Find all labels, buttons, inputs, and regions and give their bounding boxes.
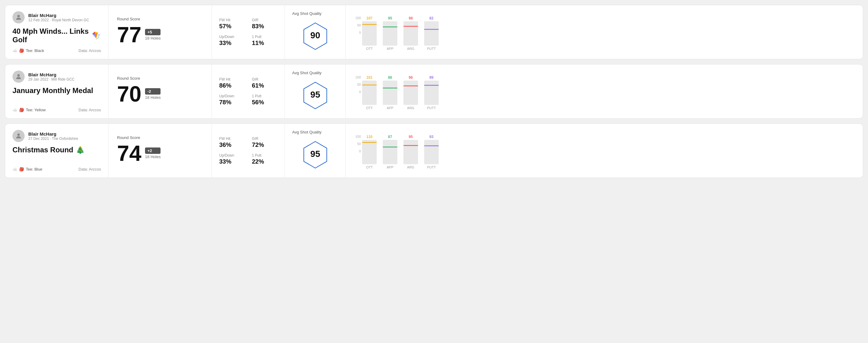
svg-point-0 — [17, 15, 20, 17]
player-date: 27 Dec 2021 · The Oxfordshire — [28, 136, 78, 141]
avatar — [12, 70, 25, 83]
bag-icon: 🎒 — [19, 107, 24, 112]
fw-hit-value: 86% — [219, 82, 245, 89]
big-score: 70 — [117, 83, 142, 105]
fw-hit-stat: FW Hit 86% — [219, 77, 245, 89]
player-name: Blair McHarg — [28, 72, 74, 77]
chart-column-label: PUTT — [427, 106, 436, 110]
gir-stat: GIR 83% — [252, 18, 278, 30]
round-card: Blair McHarg 27 Dec 2021 · The Oxfordshi… — [5, 123, 863, 178]
person-icon — [15, 14, 22, 21]
chart-column-label: PUTT — [427, 47, 436, 51]
bar-background — [362, 81, 377, 105]
fw-hit-value: 36% — [219, 142, 245, 148]
big-score: 77 — [117, 24, 142, 45]
chart-column: 96 ARG — [403, 75, 418, 110]
fw-hit-value: 57% — [219, 23, 245, 30]
chart-bars: 101 OTT 86 APP 96 ARG — [362, 75, 439, 110]
bag-icon: 🎒 — [19, 48, 24, 53]
score-info-col: +5 18 Holes — [145, 29, 160, 40]
score-row: 77 +5 18 Holes — [117, 24, 203, 45]
chart-column: 101 OTT — [362, 75, 377, 110]
holes-label: 18 Holes — [145, 36, 160, 40]
chart-section: 100 50 0 101 OTT 86 APP — [346, 64, 863, 118]
chart-column-label: APP — [387, 165, 394, 169]
player-date: 12 Feb 2022 · Royal North Devon GC — [28, 18, 89, 22]
bottom-row: ☁️ 🎒 Tee: Yellow Data: Arccos — [12, 107, 101, 112]
gir-stat: GIR 72% — [252, 136, 278, 148]
bar-background — [403, 21, 418, 45]
y-axis-labels: 100 50 0 — [353, 75, 362, 100]
bag-icon: 🎒 — [19, 167, 24, 172]
bar-background — [424, 21, 439, 45]
stats-grid: FW Hit 57% GIR 83% Up/Down 33% 1 Putt 11… — [219, 18, 277, 46]
score-info-col: +2 18 Holes — [145, 148, 160, 159]
svg-point-6 — [17, 133, 20, 136]
chart-column-label: ARG — [407, 106, 414, 110]
oneputt-stat: 1 Putt 56% — [252, 94, 278, 106]
gir-label: GIR — [252, 77, 278, 82]
big-score: 74 — [117, 142, 142, 164]
data-source: Data: Arccos — [79, 107, 101, 112]
bar-marker — [424, 145, 439, 146]
oneputt-stat: 1 Putt 22% — [252, 153, 278, 165]
fw-hit-label: FW Hit — [219, 136, 245, 141]
bar-background — [362, 140, 377, 164]
bar-marker — [403, 26, 418, 27]
player-info: Blair McHarg 27 Dec 2021 · The Oxfordshi… — [12, 130, 101, 142]
chart-column-label: APP — [387, 106, 394, 110]
hexagon-container: 95 — [300, 79, 331, 112]
gir-value: 83% — [252, 23, 278, 30]
chart-column-label: OTT — [366, 47, 373, 51]
weather-icon: ☁️ — [12, 107, 17, 112]
bar-marker — [424, 85, 439, 86]
updown-value: 33% — [219, 158, 245, 165]
score-row: 70 -2 18 Holes — [117, 83, 203, 105]
score-section: Round Score 74 +2 18 Holes — [108, 124, 212, 178]
stats-section: FW Hit 86% GIR 61% Up/Down 78% 1 Putt 56… — [212, 64, 285, 118]
round-title: January Monthly Medal — [12, 86, 101, 95]
fw-hit-stat: FW Hit 36% — [219, 136, 245, 148]
title-emoji: 🪁 — [92, 31, 101, 40]
bar-background — [362, 21, 377, 45]
chart-value-label: 87 — [388, 135, 392, 139]
bottom-row: ☁️ 🎒 Tee: Blue Data: Arccos — [12, 167, 101, 172]
avg-quality-label: Avg Shot Quality — [292, 11, 322, 16]
score-badge: +5 — [145, 29, 160, 35]
y-axis-labels: 100 50 0 — [353, 135, 362, 159]
chart-value-label: 82 — [429, 16, 433, 20]
chart-value-label: 99 — [429, 75, 433, 80]
updown-stat: Up/Down 33% — [219, 153, 245, 165]
player-name: Blair McHarg — [28, 13, 89, 18]
data-source: Data: Arccos — [79, 167, 101, 172]
score-badge: +2 — [145, 148, 160, 154]
svg-text:95: 95 — [310, 149, 320, 159]
chart-bars: 107 OTT 95 APP 98 ARG — [362, 16, 439, 51]
person-icon — [15, 73, 22, 80]
stats-section: FW Hit 57% GIR 83% Up/Down 33% 1 Putt 11… — [212, 5, 285, 59]
updown-label: Up/Down — [219, 153, 245, 157]
chart-column: 99 PUTT — [424, 75, 439, 110]
left-section: Blair McHarg 27 Dec 2021 · The Oxfordshi… — [5, 124, 108, 178]
chart-column: 98 ARG — [403, 16, 418, 51]
bar-marker — [383, 88, 397, 89]
chart-column: 110 OTT — [362, 135, 377, 169]
avg-quality-label: Avg Shot Quality — [292, 130, 322, 134]
title-emoji: 🎄 — [76, 146, 85, 154]
bar-background — [403, 81, 418, 105]
weather-icon: ☁️ — [12, 48, 17, 53]
updown-value: 78% — [219, 99, 245, 106]
quality-section: Avg Shot Quality 90 — [285, 5, 346, 59]
left-section: Blair McHarg 29 Jan 2022 · Mill Ride GCC… — [5, 64, 108, 118]
holes-label: 18 Holes — [145, 154, 160, 159]
bar-background — [424, 140, 439, 164]
stats-section: FW Hit 36% GIR 72% Up/Down 33% 1 Putt 22… — [212, 124, 285, 178]
gir-label: GIR — [252, 136, 278, 141]
gir-value: 72% — [252, 142, 278, 148]
round-score-label: Round Score — [117, 17, 203, 21]
chart-value-label: 86 — [388, 75, 392, 80]
tee-label: Tee: Yellow — [26, 107, 45, 112]
tee-label: Tee: Black — [26, 48, 44, 53]
chart-column: 95 ARG — [403, 135, 418, 169]
round-score-label: Round Score — [117, 76, 203, 81]
